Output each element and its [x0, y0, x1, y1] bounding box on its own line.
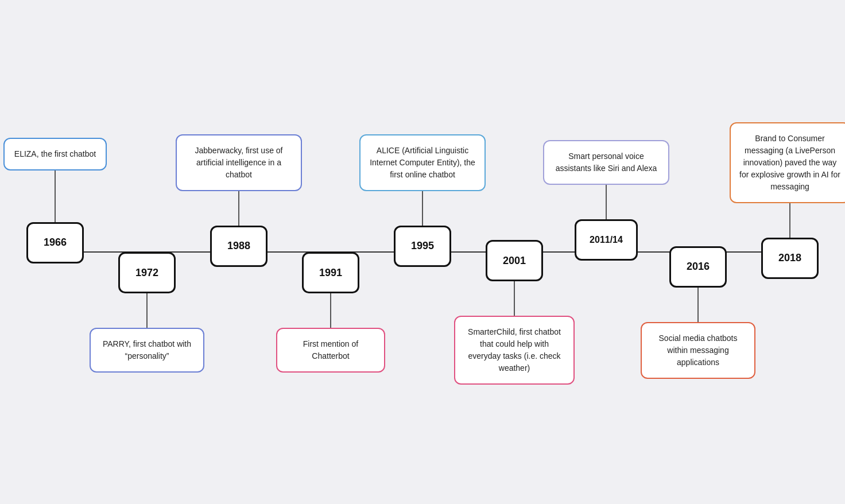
year-box-1972: 1972 [118, 252, 176, 293]
year-box-1988: 1988 [210, 226, 268, 267]
year-box-1995: 1995 [394, 226, 451, 267]
connector-1995-top [422, 191, 423, 226]
connector-1988-top [238, 191, 239, 226]
year-box-2016: 2016 [669, 246, 727, 288]
col-2018: Brand to Consumer messaging (a LivePerso… [730, 122, 845, 382]
connector-2018-top [789, 203, 790, 238]
timeline-container: ELIZA, the first chatbot 1966 1972 PARRY… [26, 28, 819, 476]
connector-2001-bottom [514, 281, 515, 316]
connector-2016-bottom [697, 288, 699, 322]
card-2018: Brand to Consumer messaging (a LivePerso… [730, 122, 845, 203]
connector-1966-top [55, 170, 56, 222]
year-box-1966: 1966 [26, 222, 84, 263]
year-box-1991: 1991 [302, 252, 359, 293]
timeline-wrapper: ELIZA, the first chatbot 1966 1972 PARRY… [26, 28, 819, 476]
year-box-2001: 2001 [486, 240, 543, 281]
connector-1972-bottom [146, 293, 148, 328]
year-box-201114: 2011/14 [575, 219, 638, 261]
connector-1991-bottom [330, 293, 331, 328]
year-box-2018: 2018 [761, 238, 819, 279]
connector-201114-top [606, 185, 607, 219]
